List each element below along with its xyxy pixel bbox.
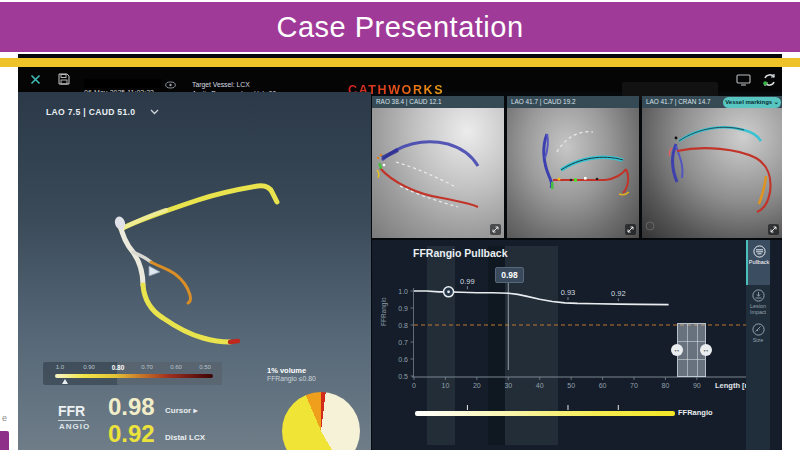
- cursor-label: Cursor ▸: [165, 406, 197, 415]
- scale-tick: 1.0: [51, 364, 69, 370]
- distal-label: Distal LCX: [165, 433, 205, 442]
- svg-text:40: 40: [536, 382, 544, 389]
- ffr-distal-value: 0.92: [108, 420, 155, 448]
- angio-label: ANGIO: [59, 422, 90, 431]
- svg-text:0.93: 0.93: [561, 288, 576, 297]
- slide-title: Case Presentation: [276, 11, 523, 44]
- angio-image-2: [507, 108, 639, 238]
- thumbnail-2-projection: LAO 41.7 | CAUD 19.2: [507, 96, 639, 108]
- tab-size[interactable]: Size: [746, 320, 770, 346]
- pullback-icon: [753, 245, 766, 258]
- slide: Case Presentation 06-May-2025 11:03:33 T…: [0, 0, 800, 450]
- svg-text:50: 50: [567, 382, 575, 389]
- ffr-scale-marker[interactable]: [62, 379, 68, 384]
- range-handle-right[interactable]: ↔: [700, 344, 712, 356]
- pullback-panel: FFRangio Pullback FFRangio 1.00.90.80.70…: [372, 240, 782, 450]
- chevron-down-icon: ⌄: [774, 99, 779, 105]
- scale-tick: 0.50: [196, 364, 214, 370]
- svg-text:60: 60: [599, 382, 607, 389]
- volume-note-value: 1% volume: [267, 366, 306, 375]
- angio-image-3: [642, 108, 782, 238]
- svg-text:80: 80: [662, 382, 670, 389]
- vessel-markings-button[interactable]: Vessel markings ⌄: [723, 97, 781, 108]
- scale-tick: 0.70: [138, 364, 156, 370]
- expand-icon[interactable]: [768, 224, 779, 235]
- slide-accent-stripe: [0, 58, 800, 67]
- svg-text:20: 20: [473, 382, 481, 389]
- app-topbar: 06-May-2025 11:03:33 Target Vessel: LCX …: [18, 66, 782, 92]
- svg-text:30: 30: [504, 382, 512, 389]
- svg-text:70: 70: [630, 382, 638, 389]
- tab-pullback[interactable]: Pullback: [746, 240, 770, 285]
- lesion-impact-icon: [752, 289, 765, 302]
- svg-text:0.99: 0.99: [460, 277, 475, 286]
- angio-thumbnail-3[interactable]: LAO 41.7 | CRAN 14.7: [642, 96, 782, 238]
- ffr-length-gradient-bar: [415, 411, 675, 416]
- scale-tick: 0.60: [167, 364, 185, 370]
- expand-icon[interactable]: [625, 224, 636, 235]
- svg-text:1.0: 1.0: [398, 288, 408, 295]
- volume-note-threshold: FFRangio ≤0.80: [267, 375, 316, 382]
- svg-text:0: 0: [412, 382, 416, 389]
- angio-image-1: [372, 108, 504, 238]
- pullback-chart[interactable]: 1.00.90.80.70.60.50102030405060708090Len…: [372, 240, 782, 450]
- svg-text:10: 10: [442, 382, 450, 389]
- close-icon[interactable]: [30, 74, 41, 85]
- angio-thumbnail-2[interactable]: LAO 41.7 | CAUD 19.2: [507, 96, 639, 238]
- tools-sidebar: Pullback Lesion Impact Size: [746, 240, 770, 450]
- app-window: 06-May-2025 11:03:33 Target Vessel: LCX …: [18, 54, 782, 450]
- cursor-arrow-icon: ▸: [193, 406, 197, 415]
- svg-text:0.9: 0.9: [398, 305, 408, 312]
- range-handle-left[interactable]: ↔: [671, 344, 683, 356]
- vessel-cursor-marker[interactable]: [149, 266, 160, 276]
- svg-text:0.7: 0.7: [398, 339, 408, 346]
- eye-icon[interactable]: [165, 81, 176, 89]
- svg-text:0.8: 0.8: [398, 322, 408, 329]
- pullback-cursor-tooltip: 0.98: [495, 267, 524, 283]
- expand-icon[interactable]: [490, 224, 501, 235]
- target-vessel: Target Vessel: LCX: [192, 80, 276, 89]
- patient-name-redacted: [84, 79, 162, 88]
- gradient-bar-label: FFRangio: [678, 408, 713, 417]
- svg-text:0.6: 0.6: [398, 356, 408, 363]
- svg-text:90: 90: [693, 382, 701, 389]
- angio-thumbnail-1[interactable]: RAO 38.4 | CAUD 12.1: [372, 96, 504, 238]
- sync-icon[interactable]: [762, 73, 777, 87]
- ffr-scale-gradient: [55, 374, 213, 378]
- scale-tick: 0.90: [80, 364, 98, 370]
- ffr-label: FFR: [58, 403, 85, 421]
- save-icon[interactable]: [58, 73, 70, 85]
- scale-tick: 0.80: [109, 364, 127, 371]
- size-icon: [752, 323, 765, 336]
- svg-text:0.5: 0.5: [398, 373, 408, 380]
- monitor-icon[interactable]: [736, 74, 751, 86]
- thumbnail-1-projection: RAO 38.4 | CAUD 12.1: [372, 96, 504, 108]
- vessel-3d-panel[interactable]: LAO 7.5 | CAUD 51.0: [18, 92, 371, 450]
- slide-banner: Case Presentation: [0, 2, 800, 52]
- tab-lesion-impact[interactable]: Lesion Impact: [746, 286, 770, 316]
- clipped-logo-fragment: [0, 431, 9, 450]
- svg-text:0.92: 0.92: [611, 289, 626, 298]
- ffr-cursor-value: 0.98: [108, 393, 155, 421]
- clipped-text-fragment: e: [2, 413, 7, 423]
